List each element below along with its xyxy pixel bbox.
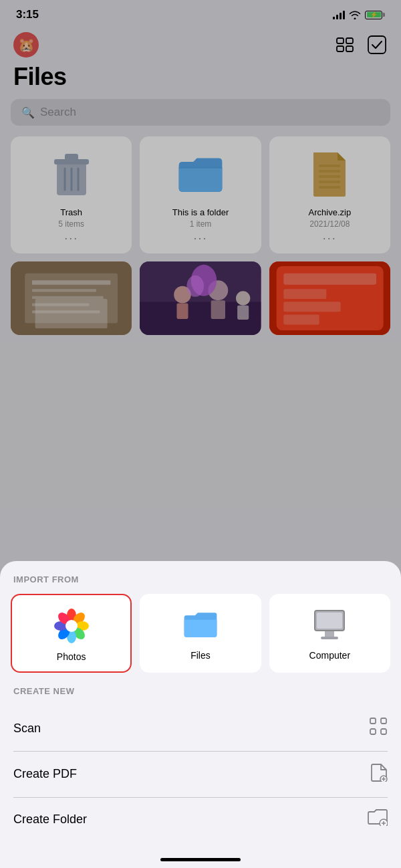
import-computer-label: Computer [309,650,350,661]
import-grid: Photos Files [0,594,401,686]
action-sheet: IMPORT FROM Photos [0,561,401,868]
create-pdf-row[interactable]: Create PDF [0,752,401,797]
import-computer-card[interactable]: Computer [269,594,390,673]
photos-icon [53,607,90,645]
svg-rect-50 [370,729,376,734]
create-section-label: CREATE NEW [0,686,401,706]
computer-icon [311,606,348,643]
import-photos-card[interactable]: Photos [11,594,132,673]
home-indicator [160,858,241,861]
svg-point-47 [65,620,78,632]
import-files-label: Files [190,650,211,661]
import-files-card[interactable]: Files [140,594,261,673]
scan-label: Scan [13,722,41,736]
svg-rect-48 [370,718,376,724]
pdf-icon [370,763,388,786]
import-photos-label: Photos [57,651,86,662]
import-files-icon [182,606,219,643]
import-section-label: IMPORT FROM [0,574,401,594]
scan-row[interactable]: Scan [0,706,401,751]
create-pdf-label: Create PDF [13,767,77,781]
folder-plus-icon [368,808,388,830]
svg-rect-49 [381,718,386,724]
create-folder-label: Create Folder [13,812,87,827]
scan-icon [369,717,388,740]
create-folder-row[interactable]: Create Folder [0,797,401,841]
svg-rect-51 [381,729,386,734]
